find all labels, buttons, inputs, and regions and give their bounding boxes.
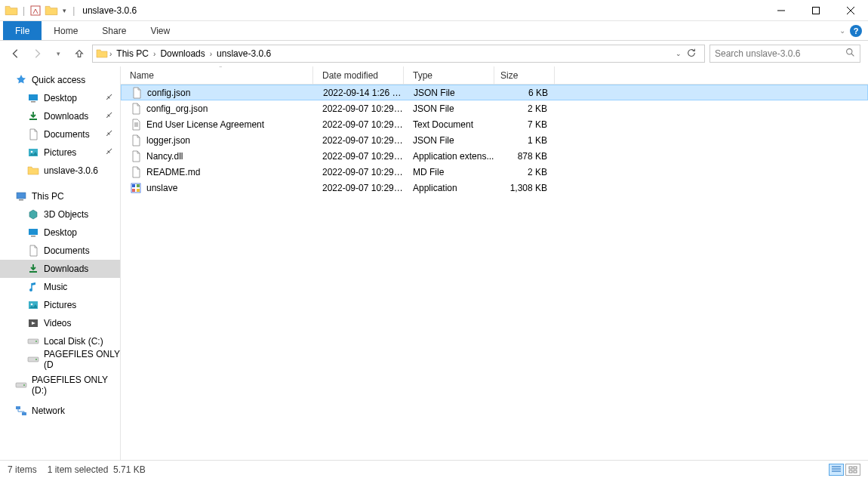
maximize-button[interactable] [799,0,833,21]
file-date: 2022-09-07 10:29 ... [313,103,404,114]
sidebar-item-label: Documents [44,129,90,140]
chevron-right-icon[interactable]: › [109,50,112,58]
separator: | [72,5,75,16]
file-row[interactable]: Nancy.dll2022-09-07 10:29 ...Application… [121,148,868,164]
column-type[interactable]: Type [404,66,494,84]
column-size[interactable]: Size [494,66,555,84]
chevron-right-icon[interactable]: › [153,50,155,58]
help-icon[interactable]: ? [850,25,862,37]
tab-share[interactable]: Share [90,21,138,40]
sidebar-extra-drive[interactable]: PAGEFILES ONLY (D:) [0,376,120,394]
sidebar-label: Network [32,406,65,416]
qat-dropdown-icon[interactable]: ▾ [63,7,66,14]
sidebar-item[interactable]: Desktop [0,224,120,242]
svg-rect-14 [29,229,38,235]
status-bar: 7 items 1 item selected 5.71 KB [0,460,868,478]
svg-rect-28 [22,412,26,415]
videos-icon [27,317,39,329]
up-button[interactable] [71,45,88,62]
sidebar-network[interactable]: Network [0,402,120,420]
address-bar[interactable]: › This PC › Downloads › unslave-3.0.6 ⌄ [92,45,705,63]
file-size: 2 KB [494,103,555,114]
file-row[interactable]: README.md2022-09-07 10:29 ...MD File2 KB [121,164,868,180]
text-icon [130,119,142,131]
back-button[interactable] [8,45,24,62]
svg-rect-36 [137,189,140,192]
sidebar-label: This PC [32,191,64,202]
tab-home[interactable]: Home [42,21,90,40]
svg-point-19 [31,304,33,306]
file-date: 2022-09-07 10:29 ... [313,119,404,130]
file-type: JSON File [404,103,494,114]
ribbon-expand-icon[interactable]: ⌄ [839,26,845,35]
chevron-right-icon[interactable]: › [210,50,212,58]
tab-view[interactable]: View [138,21,182,40]
file-size: 7 KB [494,119,555,130]
column-date[interactable]: Date modified [313,66,404,84]
sidebar-item[interactable]: Local Disk (C:) [0,332,120,350]
sidebar-item-label: unslave-3.0.6 [44,165,98,176]
file-date: 2022-09-07 10:29 ... [313,167,404,177]
file-size: 1 KB [494,135,555,146]
sidebar-item[interactable]: Documents [0,242,120,260]
svg-rect-7 [29,94,38,100]
svg-line-6 [851,54,854,56]
star-icon [15,74,27,86]
view-toggle [829,464,860,476]
file-type: Application extens... [404,151,494,162]
details-view-button[interactable] [829,464,844,476]
breadcrumb-current[interactable]: unslave-3.0.6 [214,48,274,59]
sidebar-item-label: Pictures [44,300,76,310]
file-row[interactable]: End User License Agreement2022-09-07 10:… [121,116,868,132]
sidebar-item[interactable]: Downloads [0,260,120,278]
svg-rect-34 [137,184,140,187]
desktop-icon [27,92,39,104]
status-item-count: 7 items [8,464,37,475]
sidebar-item[interactable]: Pictures [0,143,120,162]
window-title: unslave-3.0.6 [82,5,137,16]
sidebar-item[interactable]: PAGEFILES ONLY (D [0,350,120,369]
file-row[interactable]: logger.json2022-09-07 10:29 ...JSON File… [121,132,868,148]
refresh-icon[interactable] [683,48,700,60]
title-bar: | ▾ | unslave-3.0.6 [0,0,868,21]
sidebar-item[interactable]: Desktop [0,89,120,107]
minimize-button[interactable] [764,0,799,21]
disk-icon [15,379,27,391]
icons-view-button[interactable] [845,464,860,476]
pin-icon [103,91,115,104]
svg-rect-13 [19,199,23,201]
svg-rect-33 [132,184,135,187]
sidebar-item[interactable]: Pictures [0,296,120,314]
sidebar-item[interactable]: Documents [0,125,120,143]
column-name[interactable]: Name [121,66,313,84]
forward-button[interactable] [29,45,45,62]
folder-icon [5,4,18,17]
sidebar-item[interactable]: Downloads [0,107,120,125]
file-row[interactable]: config_org.json2022-09-07 10:29 ...JSON … [121,100,868,116]
sidebar-item[interactable]: Music [0,278,120,296]
breadcrumb-this-pc[interactable]: This PC [113,48,152,59]
breadcrumb-downloads[interactable]: Downloads [157,48,208,59]
separator: | [23,5,25,16]
svg-rect-8 [31,101,35,103]
address-dropdown-icon[interactable]: ⌄ [676,50,682,57]
sidebar-item[interactable]: 3D Objects [0,205,120,224]
new-folder-icon[interactable] [45,4,58,17]
sidebar-item[interactable]: unslave-3.0.6 [0,162,120,180]
sidebar-item[interactable]: Videos [0,314,120,332]
sidebar-item-label: Pictures [44,147,76,158]
svg-point-17 [29,288,32,291]
close-button[interactable] [833,0,868,21]
tab-file[interactable]: File [3,21,42,40]
sidebar-quick-access[interactable]: Quick access [0,71,120,89]
sidebar-this-pc[interactable]: This PC [0,187,120,205]
properties-icon[interactable] [29,5,42,17]
sidebar-item-label: Local Disk (C:) [44,336,103,347]
svg-rect-16 [29,271,37,273]
file-row[interactable]: unslave2022-09-07 10:29 ...Application1,… [121,180,868,196]
recent-locations-button[interactable]: ▾ [50,45,66,62]
file-type: JSON File [404,135,494,146]
3d-icon [27,208,39,220]
search-input[interactable]: Search unslave-3.0.6 [709,45,860,63]
file-row[interactable]: config.json2022-09-14 1:26 PMJSON File6 … [121,85,868,100]
